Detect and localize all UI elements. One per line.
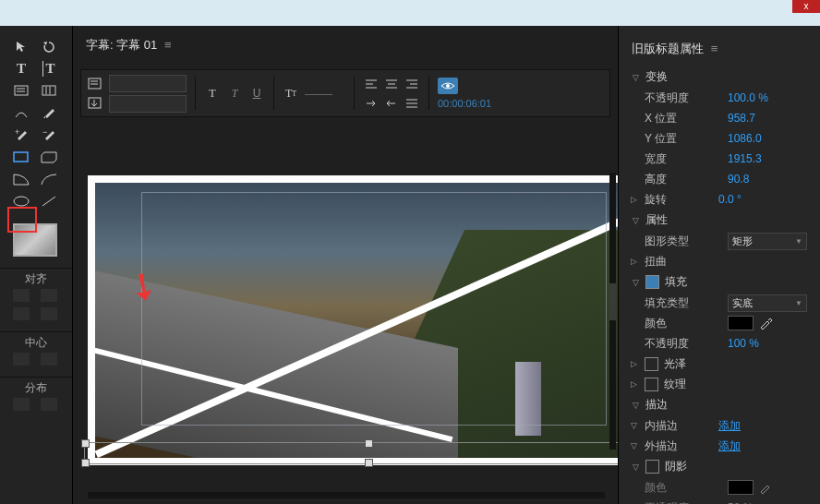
svg-rect-3: [42, 86, 55, 95]
align-btn[interactable]: [41, 289, 57, 302]
fill-type-dropdown[interactable]: 实底▼: [728, 294, 807, 312]
fill-checkbox[interactable]: [645, 275, 659, 289]
panel-menu-icon[interactable]: ≡: [711, 42, 718, 55]
prop-label: 不透明度: [645, 500, 728, 505]
rotate-tool[interactable]: [41, 38, 57, 54]
dist-btn[interactable]: [13, 398, 30, 411]
clipped-rect-tool[interactable]: [41, 149, 57, 165]
svg-point-9: [14, 197, 29, 206]
vertical-type-tool[interactable]: T: [41, 60, 57, 77]
svg-point-27: [446, 84, 450, 88]
shadow-group[interactable]: ▽阴影: [619, 456, 820, 477]
prop-label: 外描边: [645, 438, 718, 454]
vertical-area-type-tool[interactable]: [41, 82, 57, 99]
eyedropper-icon[interactable]: [759, 317, 772, 330]
faux-style-icon[interactable]: T: [226, 85, 243, 102]
prop-label: 扭曲: [645, 254, 728, 270]
center-btn[interactable]: [41, 353, 57, 366]
x-value[interactable]: 958.7: [728, 112, 755, 125]
show-video-button[interactable]: [438, 78, 458, 94]
distribute-section-label: 分布: [0, 377, 72, 398]
horizontal-scrollbar[interactable]: [88, 492, 605, 498]
rotation-value[interactable]: 0.0 °: [718, 193, 742, 206]
panel-menu-icon[interactable]: ≡: [164, 38, 172, 52]
center-btn[interactable]: [13, 353, 30, 366]
justify-icon[interactable]: [404, 95, 420, 112]
rectangle-tool[interactable]: [13, 149, 30, 165]
path-type-tool[interactable]: [13, 104, 30, 121]
prop-label: 光泽: [664, 356, 686, 372]
eyedropper-icon[interactable]: [759, 481, 772, 494]
roll-crawl-button[interactable]: [87, 95, 103, 112]
prop-label: 旋转: [645, 192, 718, 208]
area-type-tool[interactable]: [13, 82, 30, 99]
prop-label: 颜色: [645, 480, 728, 496]
add-anchor-tool[interactable]: +: [13, 126, 30, 143]
panel-tab-name: 字幕 01: [116, 38, 157, 52]
prop-label: 不透明度: [645, 336, 728, 352]
type-tool[interactable]: T: [13, 60, 30, 77]
underline-icon[interactable]: U: [248, 85, 265, 102]
dist-btn[interactable]: [41, 398, 57, 411]
width-value[interactable]: 1915.3: [728, 152, 762, 165]
titler-workspace: 字幕: 字幕 01 ≡ T T U TT ———: [73, 26, 618, 504]
svg-rect-8: [14, 152, 28, 162]
prop-label: 纹理: [664, 377, 686, 392]
title-toolbar: T T U TT ——— 00: [80, 69, 610, 117]
fill-opacity-value[interactable]: 100 %: [728, 337, 759, 350]
line-tool[interactable]: [41, 193, 57, 210]
new-title-button[interactable]: [87, 76, 103, 92]
svg-rect-0: [15, 86, 28, 95]
background-video-frame: [95, 183, 618, 458]
shadow-color-swatch[interactable]: [728, 480, 754, 495]
regular-style-icon[interactable]: T: [204, 85, 221, 102]
align-section-label: 对齐: [0, 268, 72, 289]
prop-label: 图形类型: [645, 234, 728, 249]
prop-label: 内描边: [645, 418, 718, 434]
svg-text:−: −: [42, 127, 47, 137]
opacity-value[interactable]: 100.0 %: [728, 91, 768, 104]
panel-tab-label: 字幕:: [86, 38, 114, 52]
pen-tool[interactable]: [41, 104, 57, 121]
prop-label: 高度: [645, 172, 728, 187]
prop-label: 宽度: [645, 151, 728, 167]
align-center-icon[interactable]: [383, 76, 400, 92]
vertical-scrollbar[interactable]: [609, 173, 616, 450]
title-canvas[interactable]: ➘: [73, 117, 618, 504]
wedge-tool[interactable]: [13, 171, 30, 187]
tab-icon[interactable]: [363, 95, 380, 112]
align-left-icon[interactable]: [363, 76, 380, 92]
shape-type-dropdown[interactable]: 矩形▼: [728, 233, 807, 250]
add-inner-stroke[interactable]: 添加: [718, 418, 741, 434]
selection-box[interactable]: [84, 442, 618, 464]
prop-label: 填充类型: [645, 295, 728, 311]
shadow-checkbox[interactable]: [645, 460, 659, 474]
sheen-checkbox[interactable]: [645, 357, 658, 371]
window-close-button[interactable]: x: [792, 0, 820, 13]
center-section-label: 中心: [0, 331, 72, 353]
font-family-dropdown[interactable]: [109, 75, 187, 92]
y-value[interactable]: 1086.0: [728, 132, 762, 145]
size-icon[interactable]: TT: [283, 85, 299, 102]
tab-icon-2[interactable]: [383, 95, 400, 112]
align-right-icon[interactable]: [404, 76, 420, 92]
align-btn[interactable]: [13, 307, 30, 320]
properties-title: 旧版标题属性: [632, 42, 704, 55]
height-value[interactable]: 90.8: [728, 173, 749, 186]
align-btn[interactable]: [41, 307, 57, 320]
arc-tool[interactable]: [41, 171, 57, 187]
strokes-group[interactable]: ▽描边: [619, 394, 820, 415]
font-style-dropdown[interactable]: [109, 95, 187, 113]
attributes-group[interactable]: ▽属性: [619, 210, 820, 231]
fill-group[interactable]: ▽填充: [619, 271, 820, 293]
timecode-display[interactable]: 00:00:06:01: [438, 98, 491, 109]
delete-anchor-tool[interactable]: −: [41, 126, 57, 143]
prop-label: 不透明度: [645, 90, 728, 106]
transform-group[interactable]: ▽变换: [619, 66, 820, 88]
selection-tool[interactable]: [13, 38, 30, 54]
prop-label: X 位置: [645, 111, 728, 126]
fill-color-swatch[interactable]: [728, 316, 754, 330]
align-btn[interactable]: [13, 289, 30, 302]
add-outer-stroke[interactable]: 添加: [718, 438, 741, 454]
texture-checkbox[interactable]: [645, 378, 658, 391]
